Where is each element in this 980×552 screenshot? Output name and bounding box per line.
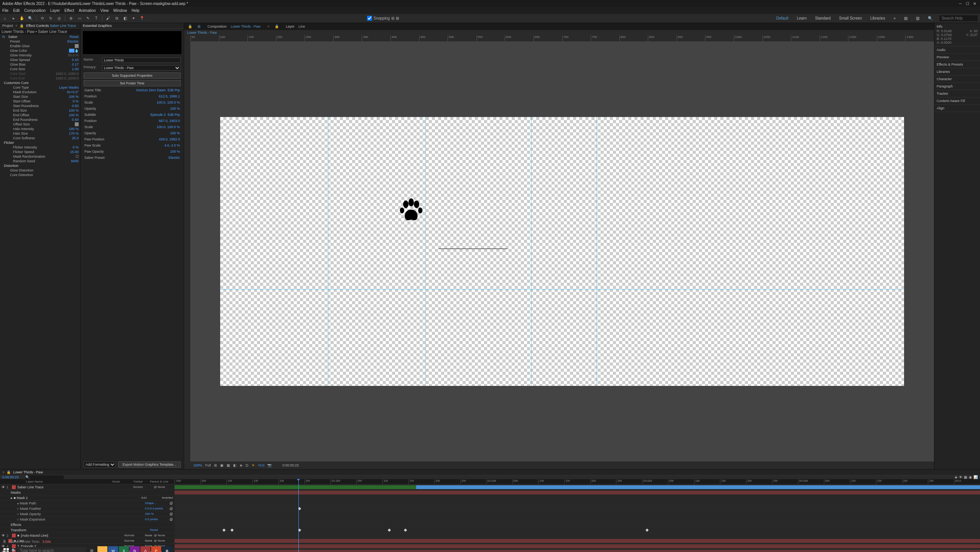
tl-motion-blur-icon[interactable]: ◉	[969, 475, 972, 479]
comp-flow-icon[interactable]: ⊞	[196, 24, 202, 29]
region-icon[interactable]: ◧	[233, 463, 237, 467]
current-time[interactable]: 0:00:00:23	[282, 463, 299, 467]
layer-row-2[interactable]: 👁2■[Auto-traced Line]NormalNone@ None	[0, 533, 175, 538]
grid-icon[interactable]: ⊞	[214, 463, 217, 467]
snapping-checkbox[interactable]	[367, 16, 372, 21]
timeline-ruler[interactable]: :00f05f10f15f20f25f01:00f05f10f15f20f25f…	[175, 479, 980, 484]
3d-icon[interactable]: ◈	[240, 463, 242, 467]
brush-tool-icon[interactable]: 🖌	[105, 16, 111, 21]
audio-panel[interactable]: Audio	[934, 46, 980, 54]
menu-layer[interactable]: Layer	[50, 8, 60, 13]
clone-tool-icon[interactable]: ⧉	[114, 16, 119, 21]
layer-masks[interactable]: Masks	[0, 490, 175, 495]
minimize-button[interactable]: ─	[957, 2, 963, 6]
menu-effect[interactable]: Effect	[64, 8, 74, 13]
menu-view[interactable]: View	[100, 8, 109, 13]
effect-controls-tab[interactable]: Effect Controls Saber Line Trace	[26, 24, 76, 28]
menu-window[interactable]: Window	[113, 8, 127, 13]
view-icon[interactable]: ⊡	[245, 463, 249, 467]
eraser-tool-icon[interactable]: ◧	[122, 16, 128, 21]
start-button[interactable]	[2, 546, 11, 552]
layer-transform[interactable]: TransformReset	[0, 527, 175, 533]
comp-lock-icon[interactable]: 🔒	[186, 24, 194, 29]
steam-icon[interactable]: ◉	[162, 546, 172, 552]
roto-tool-icon[interactable]: ✦	[131, 16, 136, 21]
mask-opacity[interactable]: ○ Mask Opacity100 %@	[0, 511, 175, 517]
eg-primary-select[interactable]: Lower Thirds - Paw	[102, 65, 181, 71]
puppet-tool-icon[interactable]: 📍	[139, 16, 145, 21]
composition-canvas[interactable]	[190, 41, 934, 461]
menu-help[interactable]: Help	[132, 8, 140, 13]
character-panel[interactable]: Character	[934, 76, 980, 83]
menu-animation[interactable]: Animation	[79, 8, 96, 13]
type-tool-icon[interactable]: T	[94, 16, 99, 21]
libraries-panel[interactable]: Libraries	[934, 68, 980, 76]
solo-properties-button[interactable]: Solo Supported Properties	[84, 73, 181, 79]
toolbar-icon-1[interactable]: ▤	[903, 15, 909, 21]
orbit-tool-icon[interactable]: ⟲	[40, 16, 45, 21]
layer-effects[interactable]: Effects	[0, 522, 175, 527]
task-view-icon[interactable]: ⊞	[87, 546, 97, 552]
preview-panel[interactable]: Preview	[934, 54, 980, 61]
content-aware-panel[interactable]: Content-Aware Fill	[934, 97, 980, 105]
access-icon[interactable]: A	[140, 546, 150, 552]
timeline-search[interactable]	[25, 475, 64, 479]
snapshot-icon[interactable]: 📷	[267, 463, 272, 467]
project-tab[interactable]: Project	[2, 24, 13, 28]
ec-close-icon[interactable]: ×	[15, 24, 17, 28]
explorer-icon[interactable]	[97, 546, 107, 552]
workspace-default[interactable]: Default	[775, 15, 790, 21]
enable-glow-checkbox[interactable]	[75, 44, 79, 48]
selection-tool-icon[interactable]: ▸	[11, 16, 16, 21]
snap-edge-icon[interactable]: ⊞	[391, 16, 394, 20]
camera-tool-icon[interactable]: ◎	[56, 16, 62, 21]
rotation-tool-icon[interactable]: ↻	[48, 16, 53, 21]
core-type-dropdown[interactable]: Layer Masks	[59, 86, 79, 89]
workspace-smallscreen[interactable]: Small Screen	[838, 15, 863, 21]
preset-dropdown[interactable]: Electric	[67, 40, 79, 43]
align-panel[interactable]: Align	[934, 105, 980, 112]
snapping-toggle[interactable]: Snapping ⊞ ⊠	[367, 16, 399, 21]
layer-row-1[interactable]: 👁1Saber Line TraceScreen@ None	[0, 484, 175, 490]
workspace-more-icon[interactable]: »	[892, 15, 897, 21]
mask-expansion[interactable]: ○ Mask Expansion0.0 pixels@	[0, 517, 175, 522]
rectangle-tool-icon[interactable]: ▭	[77, 16, 82, 21]
workspace-learn[interactable]: Learn	[795, 15, 808, 21]
layer-lock-icon[interactable]: 🔒	[273, 24, 280, 29]
timeline-tab[interactable]: Lower Thirds - Paw	[13, 470, 43, 474]
paragraph-panel[interactable]: Paragraph	[934, 83, 980, 90]
pan-behind-tool-icon[interactable]: ⊕	[68, 16, 74, 21]
maximize-button[interactable]: ☐	[964, 2, 970, 6]
excel-icon[interactable]: X	[119, 546, 129, 552]
menu-file[interactable]: File	[2, 8, 8, 13]
tl-frame-blend-icon[interactable]: ▦	[964, 475, 967, 479]
playhead[interactable]	[298, 479, 299, 552]
tracker-panel[interactable]: Tracker	[934, 90, 980, 97]
zoom-tool-icon[interactable]: 🔍	[28, 16, 33, 21]
mask-feather[interactable]: ○ Mask Feather0.0,0.0 pixels@	[0, 506, 175, 511]
mask-rand-checkbox[interactable]: ☐	[76, 155, 79, 158]
breadcrumb[interactable]: Lower Thirds - Paw	[187, 31, 217, 35]
taskbar-search-icon[interactable]: 🔍	[12, 549, 16, 552]
close-button[interactable]: ✕	[972, 2, 978, 6]
resolution-dropdown[interactable]: Full	[205, 463, 211, 467]
workspace-standard[interactable]: Standard	[814, 15, 832, 21]
eg-name-input[interactable]	[102, 58, 181, 63]
menu-edit[interactable]: Edit	[13, 8, 20, 13]
effect-controls-lock-icon[interactable]: 🔒	[20, 24, 24, 28]
onenote-icon[interactable]: N	[130, 546, 140, 552]
exposure-icon[interactable]: ☀	[252, 463, 255, 467]
fx-saber[interactable]: Saber	[6, 35, 70, 39]
zoom-dropdown[interactable]: 100%	[193, 463, 202, 467]
transparency-icon[interactable]: ▦	[227, 463, 230, 467]
toolbar-icon-2[interactable]: ▥	[914, 15, 921, 21]
tl-draft3d-icon[interactable]: ◈	[955, 475, 957, 479]
pen-tool-icon[interactable]: ✎	[85, 16, 91, 21]
mask-path[interactable]: ⬥ Mask PathShape...@	[0, 501, 175, 506]
essential-graphics-tab[interactable]: Essential Graphics	[83, 24, 112, 28]
timeline-close-icon[interactable]: ×	[2, 470, 4, 474]
composition-tab[interactable]: Composition Lower Thirds - Paw	[204, 24, 264, 29]
export-mogrt-button[interactable]: Export Motion Graphics Template...	[118, 461, 181, 468]
comp-close-icon[interactable]: ×	[266, 24, 271, 29]
layer-tab[interactable]: Layer Line	[283, 24, 308, 29]
